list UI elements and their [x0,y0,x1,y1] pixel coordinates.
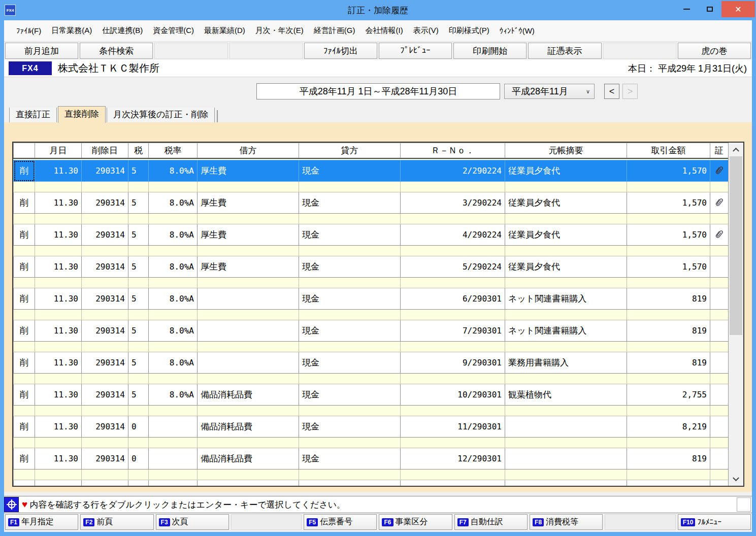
fkey-button-f3[interactable]: F3次頁 [156,514,229,530]
cell-date: 11.30 [35,384,82,406]
cell-ledger_memo [505,448,627,470]
menu-item[interactable]: 仕訳連携(B) [97,24,148,38]
spacer-cell [198,182,299,192]
spacer-cell [128,374,149,384]
menu-item[interactable]: 表示(V) [408,24,444,38]
toolbar-button[interactable]: 虎の巻 [678,43,751,59]
scroll-down-icon[interactable] [729,473,743,486]
month-dropdown[interactable]: 平成28年11月 ∨ [504,84,595,99]
spacer-cell [299,246,401,256]
spacer-cell [82,310,128,320]
status-area: ♥ 内容を確認する行をダブルクリックまたはエンター・キーで選択してください。 [4,492,752,513]
table-row[interactable]: 削11.3029031458.0%A厚生費現金5/290224従業員夕食代1,5… [14,256,729,278]
spacer-cell [710,342,729,352]
toolbar-button[interactable]: ﾌﾟﾚﾋﾞｭｰ [379,43,452,59]
spacer-row [14,406,729,416]
spacer-cell [401,246,505,256]
table-row[interactable]: 削11.3029031458.0%A備品消耗品費現金10/290301観葉植物代… [14,384,729,406]
spacer-cell [149,278,198,288]
cell-r_no: 12/290301 [401,448,505,470]
tab-strip-divider [217,110,218,122]
menu-item[interactable]: 月次・年次(E) [250,24,309,38]
spacer-cell [505,374,627,384]
tab-item[interactable]: 直接訂正 [9,107,57,122]
spacer-row [14,310,729,320]
table-row[interactable]: 削11.302903140備品消耗品費現金13/290301819 [14,480,729,486]
toolbar-button[interactable]: 条件検索 [80,43,153,59]
menu-item[interactable]: ﾌｧｲﾙ(F) [11,24,46,37]
spacer-cell [14,310,35,320]
spacer-cell [505,406,627,416]
spacer-cell [198,310,299,320]
crosshair-icon [4,497,19,512]
table-row[interactable]: 削11.3029031458.0%A厚生費現金3/290224従業員夕食代1,5… [14,192,729,214]
menu-item[interactable]: 日常業務(A) [46,24,97,38]
spacer-cell [128,342,149,352]
column-header [14,143,35,158]
table-row[interactable]: 削11.302903140備品消耗品費現金11/2903018,219 [14,416,729,438]
cell-tax_rate [149,480,198,486]
fkey-button-f7[interactable]: F7自動仕訳 [454,514,528,530]
spacer-cell [128,406,149,416]
table-row[interactable]: 削11.3029031458.0%A現金7/290301ネット関連書籍購入819 [14,320,729,342]
today-date: 本日： 平成29年 1月31日(火) [628,62,747,75]
tab-active[interactable]: 直接削除 [58,106,106,123]
table-row[interactable]: 削11.3029031458.0%A現金6/290301ネット関連書籍購入819 [14,288,729,310]
menu-item[interactable]: 最新業績(D) [199,24,250,38]
close-button[interactable]: ✕ [721,1,755,17]
cell-deleted_on: 290314 [82,256,128,278]
minimize-button[interactable] [675,1,698,17]
toolbar-button[interactable]: ﾌｧｲﾙ切出 [304,43,377,59]
cell-ledger_memo: 従業員夕食代 [505,224,627,246]
cell-attachment [710,384,729,406]
cell-debit: 備品消耗品費 [198,480,299,486]
fkey-chip: F6 [382,518,393,526]
fkey-button-f8[interactable]: F8消費税等 [530,514,603,530]
table-row[interactable]: 削11.3029031458.0%A厚生費現金2/290224従業員夕食代1,5… [14,160,729,182]
table-scrollbar[interactable] [728,143,743,486]
fkey-empty-slot [605,514,675,530]
scroll-up-icon[interactable] [729,143,743,156]
maximize-button[interactable] [698,1,721,17]
cell-ledger_memo: 観葉植物代 [505,384,627,406]
spacer-cell [149,438,198,448]
fkey-button-f10[interactable]: F10ﾌﾙﾒﾆｭｰ [678,514,751,530]
cell-amount: 819 [627,352,710,374]
fkey-button-f2[interactable]: F2前頁 [80,514,153,530]
paperclip-icon [713,228,726,240]
cell-credit: 現金 [299,416,401,438]
spacer-cell [128,246,149,256]
spacer-cell [505,438,627,448]
toolbar-button[interactable]: 前月追加 [5,43,78,59]
spacer-cell [401,214,505,224]
cell-ledger_memo: 業務用書籍購入 [505,352,627,374]
table-row[interactable]: 削11.3029031458.0%A現金9/290301業務用書籍購入819 [14,352,729,374]
prev-month-button[interactable]: < [604,84,619,99]
menu-item[interactable]: 資金管理(C) [148,24,199,38]
spacer-cell [505,342,627,352]
cell-mark: 削 [14,288,35,310]
cell-mark: 削 [14,320,35,342]
table-row[interactable]: 削11.3029031458.0%A厚生費現金4/290224従業員夕食代1,5… [14,224,729,246]
period-range-field[interactable]: 平成28年11月 1日～平成28年11月30日 [256,83,500,99]
tab-item[interactable]: 月次決算後の訂正・削除 [107,107,215,122]
column-header: 元帳摘要 [505,143,627,158]
spacer-cell [35,214,82,224]
menu-item[interactable]: 会社情報(I) [360,24,408,38]
spacer-cell [82,214,128,224]
spacer-cell [401,406,505,416]
menu-item[interactable]: 経営計画(G) [309,24,360,38]
fkey-chip: F2 [83,518,94,526]
spacer-cell [710,246,729,256]
scroll-thumb[interactable] [730,156,742,335]
fkey-button-f1[interactable]: F1年月指定 [5,514,78,530]
fkey-button-f6[interactable]: F6事業区分 [379,514,452,530]
menu-item[interactable]: ｳｨﾝﾄﾞｳ(W) [495,24,540,37]
toolbar-button[interactable]: 印刷開始 [453,43,527,59]
table-row[interactable]: 削11.302903140備品消耗品費現金12/290301819 [14,448,729,470]
status-bar: ♥ 内容を確認する行をダブルクリックまたはエンター・キーで選択してください。 [4,496,752,513]
spacer-cell [14,214,35,224]
fkey-button-f5[interactable]: F5伝票番号 [304,514,377,530]
toolbar-button[interactable]: 証憑表示 [528,43,601,59]
menu-item[interactable]: 印刷様式(P) [444,24,495,38]
